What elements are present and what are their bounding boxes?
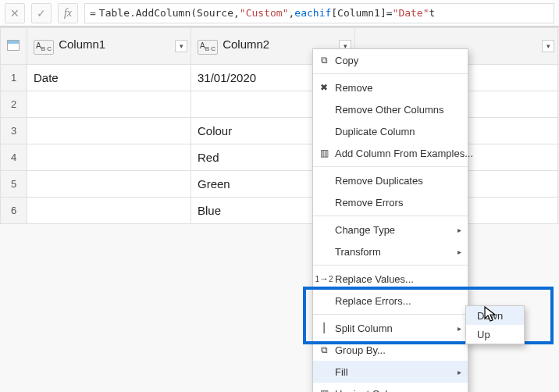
unpivot-icon: ▦ (318, 387, 330, 392)
table-corner[interactable] (1, 28, 27, 65)
menu-remove-other[interactable]: Remove Other Columns (313, 98, 468, 120)
menu-replace-errors[interactable]: Replace Errors... (313, 290, 468, 312)
chevron-right-icon: ▸ (458, 226, 461, 234)
row-number[interactable]: 6 (1, 198, 27, 224)
split-icon: ⎮ (318, 322, 330, 334)
menu-transform[interactable]: Transform▸ (313, 241, 468, 262)
row-number[interactable]: 3 (1, 118, 27, 144)
cell-column1[interactable] (27, 171, 191, 198)
submenu-up[interactable]: Up (466, 325, 524, 344)
add-column-icon: ▥ (318, 147, 330, 159)
menu-split[interactable]: ⎮Split Column▸ (313, 317, 468, 339)
table-row[interactable]: 3Colour (1, 118, 560, 144)
formula-input[interactable]: = Table.AddColumn ( Source , "Custom" , … (84, 3, 554, 23)
table-row[interactable]: 2 (1, 91, 560, 118)
group-icon: ⧉ (318, 344, 330, 356)
row-number[interactable]: 4 (1, 144, 27, 171)
table-row[interactable]: 6Blue (1, 198, 560, 224)
filter-icon[interactable]: ▾ (175, 40, 187, 52)
cell-column1[interactable] (27, 91, 191, 118)
text-type-icon: AB C (34, 40, 54, 55)
menu-group-by[interactable]: ⧉Group By... (313, 339, 468, 361)
menu-duplicate[interactable]: Duplicate Column (313, 120, 468, 142)
fx-icon[interactable]: fx (58, 3, 78, 23)
formula-bar: ✕ ✓ fx = Table.AddColumn ( Source , "Cus… (0, 0, 559, 27)
table-row[interactable]: 5Green (1, 171, 560, 198)
menu-fill[interactable]: Fill▸ (313, 361, 468, 383)
menu-remove-duplicates[interactable]: Remove Duplicates (313, 169, 468, 191)
cell-column1[interactable]: Date (27, 65, 191, 91)
context-menu: ⧉Copy ✖Remove Remove Other Columns Dupli… (312, 48, 468, 392)
row-number[interactable]: 1 (1, 65, 27, 91)
cell-column1[interactable] (27, 198, 191, 224)
remove-icon: ✖ (318, 81, 330, 94)
column1-label: Column1 (59, 37, 105, 51)
cell-column1[interactable] (27, 144, 191, 171)
text-type-icon: AB C (198, 40, 218, 55)
menu-add-from-examples[interactable]: ▥Add Column From Examples... (313, 142, 468, 164)
menu-copy[interactable]: ⧉Copy (313, 49, 468, 71)
menu-remove[interactable]: ✖Remove (313, 77, 468, 98)
fill-submenu: Down Up (465, 305, 525, 344)
filter-icon[interactable]: ▾ (542, 40, 554, 52)
chevron-right-icon: ▸ (458, 248, 461, 256)
column2-label: Column2 (223, 37, 269, 51)
column-header-column1[interactable]: AB C Column1 ▾ (27, 28, 191, 65)
formula-eq: = (90, 7, 96, 19)
row-number[interactable]: 2 (1, 91, 27, 118)
data-table: AB C Column1 ▾ AB C Column2 ▾ ▾ ABC123 C… (0, 27, 559, 224)
chevron-right-icon: ▸ (458, 368, 461, 376)
cancel-button[interactable]: ✕ (5, 3, 25, 23)
chevron-right-icon: ▸ (458, 324, 461, 333)
table-row[interactable]: 4Red (1, 144, 560, 171)
menu-remove-errors[interactable]: Remove Errors (313, 191, 468, 213)
submenu-down[interactable]: Down (466, 306, 524, 325)
row-number[interactable]: 5 (1, 171, 27, 198)
copy-icon: ⧉ (318, 54, 330, 66)
formula-fn: Table.AddColumn (99, 7, 190, 19)
accept-button[interactable]: ✓ (31, 3, 52, 23)
menu-change-type[interactable]: Change Type▸ (313, 219, 468, 241)
table-row[interactable]: 1Date31/01/202031/01/ (1, 65, 560, 91)
cell-column1[interactable] (27, 118, 191, 144)
menu-replace-values[interactable]: 1→2Replace Values... (313, 268, 468, 290)
replace-icon: 1→2 (318, 273, 330, 285)
menu-unpivot[interactable]: ▦Unpivot Columns (313, 383, 468, 392)
